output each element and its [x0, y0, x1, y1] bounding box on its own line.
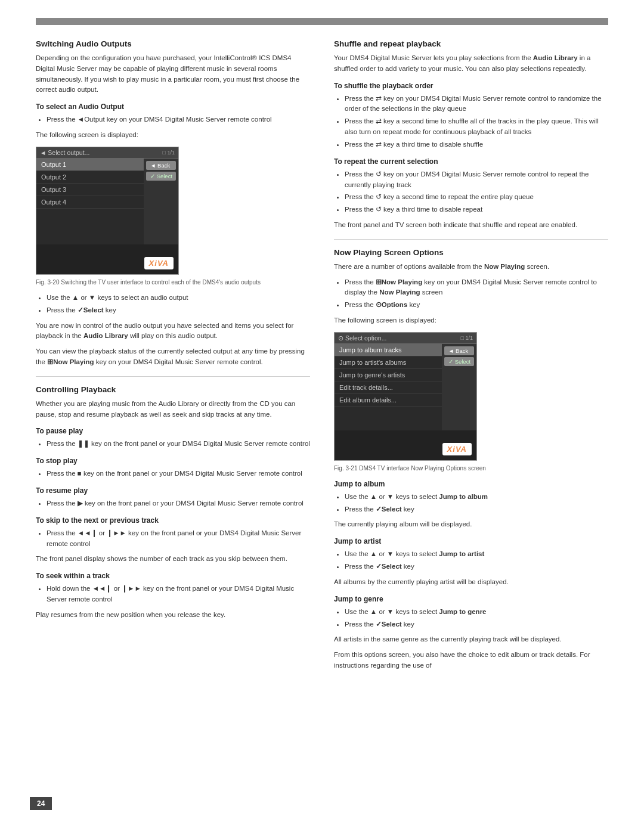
after-screen1-bullet2: Press the ✓Select key: [47, 305, 310, 316]
screen1-back-btn: ◄ Back: [146, 161, 176, 170]
repeat-bullet-2: Press the ↺ key a second time to repeat …: [345, 192, 608, 203]
now-playing-intro: There are a number of options available …: [334, 262, 608, 272]
page-container: Switching Audio Outputs Depending on the…: [0, 0, 644, 828]
jump-album-bullets: Use the ▲ or ▼ keys to select Jump to al…: [345, 492, 608, 515]
left-column: Switching Audio Outputs Depending on the…: [36, 39, 310, 676]
screen1-side-buttons: ◄ Back ✓ Select: [144, 159, 178, 244]
subsection-select-output-heading: To select an Audio Output: [36, 103, 310, 111]
screen2-title: ⊙ Select option...: [338, 334, 386, 342]
now-playing-bullet-1: Press the ⊞Now Playing key on your DMS4 …: [345, 277, 608, 299]
jump-album-bullet-2: Press the ✓Select key: [345, 504, 608, 515]
pause-heading: To pause play: [36, 427, 310, 435]
screen1-box: ◄ Select output... □ 1/1 Output 1 Output…: [36, 147, 179, 275]
after-screen1-bullets: Use the ▲ or ▼ keys to select an audio o…: [47, 293, 310, 316]
repeat-note: The front panel and TV screen both indic…: [334, 220, 608, 231]
top-bar: [36, 18, 608, 25]
now-playing-bullet-2: Press the ⊙Options key: [345, 300, 608, 311]
screen1-page-num: □ 1/1: [163, 150, 175, 156]
section-controlling-intro: Whether you are playing music from the A…: [36, 399, 310, 420]
skip-bullet: Press the ◄◄❙ or ❙►► key on the front pa…: [47, 528, 310, 550]
screen2-content: Jump to album tracks Jump to artist's al…: [335, 344, 476, 430]
jump-artist-heading: Jump to artist: [334, 537, 608, 545]
shuffle-bullet-3: Press the ⇄ key a third time to disable …: [345, 139, 608, 150]
screen1-wrapper: ◄ Select output... □ 1/1 Output 1 Output…: [36, 147, 179, 275]
stop-bullet-list: Press the ■ key on the front panel or yo…: [47, 469, 310, 479]
screen1-back-label: ◄ Back: [150, 162, 170, 169]
fig-caption-1: Fig. 3-20 Switching the TV user interfac…: [36, 278, 310, 287]
two-column-layout: Switching Audio Outputs Depending on the…: [36, 39, 608, 676]
jump-artist-bullet-2: Press the ✓Select key: [345, 562, 608, 572]
repeat-heading: To repeat the current selection: [334, 157, 608, 166]
screen2-page-num: □ 1/1: [461, 335, 473, 341]
screen1-item-1: Output 2: [36, 171, 144, 184]
screen2-side-buttons: ◄ Back ✓ Select: [442, 344, 476, 430]
section-switching-audio-title: Switching Audio Outputs: [36, 39, 310, 48]
stop-bullet: Press the ■ key on the front panel or yo…: [47, 469, 310, 479]
pause-bullet-list: Press the ❚❚ key on the front panel or y…: [47, 439, 310, 449]
jump-artist-note: All albums by the currently playing arti…: [334, 577, 608, 588]
screen1-xiva-logo: XiVA: [144, 257, 174, 269]
screen2-empty-space: [335, 407, 442, 430]
screen1-title-bar: ◄ Select output... □ 1/1: [36, 147, 178, 159]
screen1-empty-space: [36, 209, 144, 244]
repeat-bullets: Press the ↺ key on your DMS4 Digital Mus…: [345, 169, 608, 215]
now-playing-bullets: Press the ⊞Now Playing key on your DMS4 …: [345, 277, 608, 311]
select-output-bullet-list: Press the ◄Output key on your DMS4 Digit…: [47, 114, 310, 125]
jump-genre-bullet-2: Press the ✓Select key: [345, 619, 608, 630]
screen2-item-4: Edit album details...: [335, 394, 442, 407]
jump-album-bullet-1: Use the ▲ or ▼ keys to select Jump to al…: [345, 492, 608, 503]
screen2-select-btn: ✓ Select: [444, 357, 474, 366]
shuffle-bullets: Press the ⇄ key on your DMS4 Digital Mus…: [345, 94, 608, 150]
screen2-wrapper: ⊙ Select option... □ 1/1 Jump to album t…: [334, 332, 477, 461]
seek-bullet-list: Hold down the ◄◄❙ or ❙►► key on the fron…: [47, 584, 310, 605]
resume-heading: To resume play: [36, 486, 310, 495]
screen2-back-label: ◄ Back: [448, 348, 468, 354]
skip-heading: To skip to the next or previous track: [36, 516, 310, 525]
shuffle-bullet-2: Press the ⇄ key a second time to shuffle…: [345, 116, 608, 138]
section-switching-audio-intro: Depending on the configuration you have …: [36, 53, 310, 95]
jump-genre-bullet-1: Use the ▲ or ▼ keys to select Jump to ge…: [345, 607, 608, 618]
skip-note: The front panel display shows the number…: [36, 554, 310, 565]
screen2-item-3: Edit track details...: [335, 382, 442, 394]
select-output-bullet1: Press the ◄Output key on your DMS4 Digit…: [47, 114, 310, 125]
stop-heading: To stop play: [36, 457, 310, 465]
fig-caption-2: Fig. 3-21 DMS4 TV interface Now Playing …: [334, 464, 608, 473]
seek-note: Play resumes from the new position when …: [36, 610, 310, 621]
screen1-content: Output 1 Output 2 Output 3 Output 4 ◄ Ba…: [36, 159, 178, 244]
screen2-footer: XiVA: [335, 430, 476, 460]
screen1-item-3: Output 4: [36, 196, 144, 209]
jump-genre-note2: From this options screen, you also have …: [334, 650, 608, 671]
screen1-note: The following screen is displayed:: [36, 130, 310, 141]
screen1-footer: XiVA: [36, 244, 178, 274]
jump-genre-bullets: Use the ▲ or ▼ keys to select Jump to ge…: [345, 607, 608, 630]
screen2-select-label: ✓ Select: [448, 358, 470, 365]
page-number-bottom: 24: [30, 797, 52, 810]
after-screen1-bullet1: Use the ▲ or ▼ keys to select an audio o…: [47, 293, 310, 303]
screen2-box: ⊙ Select option... □ 1/1 Jump to album t…: [334, 332, 477, 461]
screen1-item-2: Output 3: [36, 184, 144, 196]
screen2-menu: Jump to album tracks Jump to artist's al…: [335, 344, 442, 430]
screen1-item-0: Output 1: [36, 159, 144, 171]
screen2-title-bar: ⊙ Select option... □ 1/1: [335, 333, 476, 344]
jump-genre-note: All artists in the same genre as the cur…: [334, 634, 608, 645]
repeat-bullet-1: Press the ↺ key on your DMS4 Digital Mus…: [345, 169, 608, 191]
resume-bullet-list: Press the ▶ key on the front panel or yo…: [47, 498, 310, 509]
jump-album-heading: Jump to album: [334, 480, 608, 488]
screen1-menu: Output 1 Output 2 Output 3 Output 4: [36, 159, 144, 244]
skip-bullet-list: Press the ◄◄❙ or ❙►► key on the front pa…: [47, 528, 310, 550]
jump-artist-bullet-1: Use the ▲ or ▼ keys to select Jump to ar…: [345, 549, 608, 560]
shuffle-order-heading: To shuffle the playback order: [334, 82, 608, 90]
resume-bullet: Press the ▶ key on the front panel or yo…: [47, 498, 310, 509]
section-divider-right: [334, 239, 608, 240]
screen1-select-label: ✓ Select: [150, 173, 172, 179]
para-audio-control1: You are now in control of the audio outp…: [36, 321, 310, 342]
section-shuffle-title: Shuffle and repeat playback: [334, 39, 608, 48]
screen2-item-0: Jump to album tracks: [335, 344, 442, 356]
right-column: Shuffle and repeat playback Your DMS4 Di…: [334, 39, 608, 676]
screen2-back-btn: ◄ Back: [444, 346, 474, 355]
section-shuffle-intro: Your DMS4 Digital Music Server lets you …: [334, 53, 608, 75]
seek-bullet: Hold down the ◄◄❙ or ❙►► key on the fron…: [47, 584, 310, 605]
screen2-item-2: Jump to genre's artists: [335, 369, 442, 382]
seek-heading: To seek within a track: [36, 572, 310, 580]
jump-artist-bullets: Use the ▲ or ▼ keys to select Jump to ar…: [345, 549, 608, 572]
